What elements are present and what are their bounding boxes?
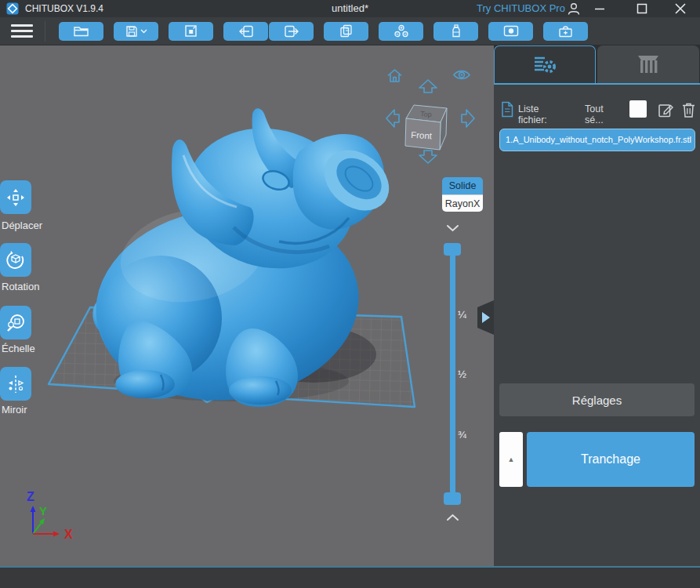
navigation-cube[interactable]: Front Top (401, 98, 452, 156)
resin-bottle-icon (451, 24, 462, 38)
home-view-icon[interactable] (386, 67, 404, 85)
save-file-button[interactable] (114, 22, 158, 41)
slice-options-stepper[interactable]: ▲ (499, 432, 523, 487)
mirror-icon (5, 374, 26, 394)
fit-plate-icon (184, 24, 198, 38)
slice-button[interactable]: Tranchage (527, 432, 695, 487)
account-icon[interactable] (566, 2, 583, 16)
scale-tool-button[interactable] (0, 306, 31, 339)
main-toolbar (0, 17, 700, 45)
arrow-out-of-box-icon (284, 25, 299, 38)
chevron-down-icon (140, 29, 147, 34)
minimize-button[interactable] (588, 0, 611, 17)
export-model-button[interactable] (269, 22, 314, 41)
visibility-eye-icon[interactable] (452, 68, 471, 82)
layer-slider-bottom-handle[interactable] (444, 492, 461, 505)
slider-step-down-icon[interactable] (446, 224, 459, 232)
slider-label-three-quarter: ¾ (458, 429, 466, 441)
open-file-button[interactable] (59, 22, 103, 41)
import-model-button[interactable] (223, 22, 268, 41)
app-title: CHITUBOX V1.9.4 (25, 3, 103, 14)
edit-icon[interactable] (658, 102, 674, 118)
delete-trash-icon[interactable] (681, 102, 696, 118)
camera-icon (503, 25, 519, 37)
scale-tool-label: Échelle (2, 343, 35, 354)
panel-collapse-handle[interactable] (475, 300, 494, 335)
select-all-checkbox[interactable] (629, 100, 647, 118)
axis-x-label: X (64, 528, 73, 541)
rotate-tool-button[interactable] (0, 243, 31, 277)
tab-support[interactable] (597, 45, 699, 83)
axes-indicator: Z Y X (20, 488, 86, 543)
toolbox-plus-icon (558, 24, 573, 38)
open-folder-icon (73, 25, 90, 38)
axis-y-label: Y (39, 504, 47, 517)
rotate-up-arrow[interactable] (418, 77, 438, 97)
resin-button[interactable] (433, 22, 478, 41)
support-platform-icon (633, 53, 664, 76)
right-panel: Liste fichier: Tout sé... 1.A_Unibody_wi… (494, 45, 700, 567)
move-icon (5, 187, 26, 208)
scale-icon (5, 313, 26, 333)
move-tool-label: Déplacer (2, 220, 42, 231)
view-mode-solid-button[interactable]: Solide (442, 177, 483, 194)
titlebar: CHITUBOX V1.9.4 untitled* Try CHITUBOX P… (0, 0, 700, 17)
layer-slider-track[interactable] (450, 249, 455, 500)
slider-label-half: ½ (458, 368, 466, 380)
settings-list-gear-icon (531, 54, 558, 76)
auto-arrange-button[interactable] (379, 22, 423, 41)
rotate-tool-label: Rotation (2, 281, 39, 292)
panel-tab-row (494, 45, 700, 85)
document-title: untitled* (332, 2, 368, 14)
menu-button[interactable] (11, 24, 33, 38)
status-bar (0, 568, 700, 588)
3d-viewport[interactable]: Déplacer Rotation Échelle Miroir (0, 45, 494, 567)
axis-z-label: Z (27, 490, 34, 503)
rotate-icon (5, 250, 26, 270)
snapshot-button[interactable] (488, 22, 533, 41)
mirror-tool-button[interactable] (0, 367, 31, 401)
save-icon (125, 25, 138, 38)
rotate-right-arrow[interactable] (457, 108, 477, 129)
layer-slider-top-handle[interactable] (444, 243, 461, 256)
move-tool-button[interactable] (0, 180, 31, 214)
toolbar-separator (45, 21, 45, 42)
close-button[interactable] (669, 0, 692, 17)
settings-button[interactable]: Réglages (499, 383, 695, 416)
try-pro-link[interactable]: Try CHITUBOX Pro (477, 2, 565, 14)
copy-icon (339, 24, 353, 38)
copy-button[interactable] (324, 22, 368, 41)
chitubox-logo-icon (6, 2, 19, 15)
arrange-cluster-icon (394, 24, 409, 38)
select-all-label: Tout sé... (585, 103, 604, 125)
fit-plate-button[interactable] (169, 22, 213, 41)
mirror-tool-label: Miroir (2, 404, 27, 416)
cube-top-label: Top (420, 110, 432, 118)
tab-file-settings[interactable] (494, 45, 596, 83)
arrow-into-box-icon (238, 25, 254, 38)
slider-step-up-icon[interactable] (446, 514, 459, 521)
cube-front-label: Front (411, 130, 433, 140)
slider-label-quarter: ¼ (458, 309, 466, 321)
file-list-item[interactable]: 1.A_Unibody_without_notch_PolyWorkshop.f… (499, 129, 695, 151)
file-list-label: Liste fichier: (518, 103, 547, 125)
file-document-icon (500, 101, 514, 118)
toolbox-button[interactable] (543, 22, 588, 41)
maximize-button[interactable] (630, 0, 654, 17)
view-mode-xray-button[interactable]: RayonX (442, 194, 483, 212)
